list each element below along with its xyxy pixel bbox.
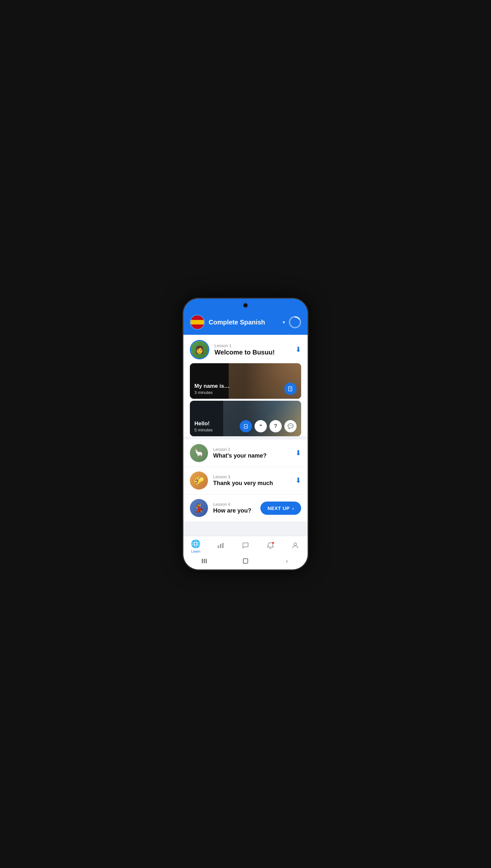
svg-rect-6 — [218, 546, 219, 548]
chat-bubble-icon — [241, 541, 250, 551]
lesson2-download-icon[interactable]: ⬇ — [295, 449, 301, 457]
system-bar: ‹ — [183, 555, 308, 569]
home-button[interactable] — [241, 558, 250, 564]
camera-notch — [243, 303, 248, 308]
lesson1-avatar: 👩 — [190, 340, 209, 359]
phone-frame: Complete Spanish ▾ 👩 Lesson 1 — [182, 298, 309, 570]
next-up-label: NEXT UP — [267, 505, 290, 511]
lesson1-info: Lesson 1 Welcome to Busuu! — [214, 343, 290, 356]
activity-card-2[interactable]: Hello! 5 minutes — [190, 401, 301, 436]
phone-screen: Complete Spanish ▾ 👩 Lesson 1 — [183, 299, 308, 569]
lesson4-label: Lesson 4 — [213, 502, 255, 507]
chat-icon[interactable]: 💬 — [284, 420, 297, 432]
back-button[interactable]: ‹ — [282, 558, 292, 564]
lesson1-header: 👩 Lesson 1 Welcome to Busuu! ⬇ — [190, 340, 301, 363]
nav-progress[interactable] — [208, 541, 233, 551]
lessons-list: 🦙 Lesson 2 What's your name? ⬇ 🌮 Lesson … — [183, 436, 308, 525]
activity2-time: 5 minutes — [194, 428, 240, 432]
learn-globe-icon: 🌐 — [191, 539, 201, 549]
lesson1-label: Lesson 1 — [214, 343, 290, 348]
activity1-icons — [284, 383, 297, 395]
activity1-text: My name is… 3 minutes — [194, 383, 284, 395]
nav-profile[interactable] — [283, 541, 308, 551]
activity2-title: Hello! — [194, 421, 240, 427]
svg-point-9 — [294, 543, 297, 546]
lesson3-label: Lesson 3 — [213, 474, 290, 479]
lesson4-info: Lesson 4 How are you? — [213, 502, 255, 514]
activity1-time: 3 minutes — [194, 390, 284, 395]
profile-icon — [291, 541, 299, 551]
nav-learn[interactable]: 🌐 Learn — [183, 539, 208, 553]
lesson-item-4[interactable]: 💃 Lesson 4 How are you? NEXT UP › — [183, 494, 308, 522]
activity2-icons: ❝ ? 💬 — [240, 420, 297, 432]
bell-wrapper — [266, 541, 274, 551]
lesson2-title: What's your name? — [213, 453, 290, 459]
lesson3-download-icon[interactable]: ⬇ — [295, 476, 301, 485]
dialogue-icon[interactable]: ❝ — [255, 420, 267, 432]
back-arrow-icon: ‹ — [286, 558, 288, 564]
chevron-down-icon[interactable]: ▾ — [283, 319, 285, 325]
notification-badge — [272, 541, 274, 544]
lesson1-section: 👩 Lesson 1 Welcome to Busuu! ⬇ My na — [183, 335, 308, 436]
lesson3-info: Lesson 3 Thank you very much — [213, 474, 290, 487]
svg-rect-7 — [220, 544, 221, 548]
activity-card-1[interactable]: My name is… 3 minutes — [190, 363, 301, 399]
recent-apps-button[interactable] — [199, 558, 209, 564]
quiz-icon[interactable]: ? — [269, 420, 282, 432]
nav-notifications[interactable] — [258, 541, 283, 551]
lesson-item-3[interactable]: 🌮 Lesson 3 Thank you very much ⬇ — [183, 467, 308, 494]
progress-circle[interactable] — [289, 316, 301, 328]
download-icon[interactable]: ⬇ — [295, 345, 301, 354]
vocabulary-icon[interactable] — [284, 383, 297, 395]
lesson4-title: How are you? — [213, 507, 255, 514]
activity1-title: My name is… — [194, 383, 284, 390]
lesson2-label: Lesson 2 — [213, 447, 290, 452]
lesson4-avatar: 💃 — [190, 499, 208, 517]
lesson2-info: Lesson 2 What's your name? — [213, 447, 290, 459]
next-up-arrow-icon: › — [292, 505, 294, 511]
activity2-text: Hello! 5 minutes — [194, 421, 240, 432]
flag-icon — [190, 315, 205, 330]
lesson-item-2[interactable]: 🦙 Lesson 2 What's your name? ⬇ — [183, 439, 308, 467]
progress-chart-icon — [217, 541, 225, 551]
lesson3-avatar: 🌮 — [190, 471, 208, 490]
learn-label: Learn — [191, 549, 200, 553]
content-area: 👩 Lesson 1 Welcome to Busuu! ⬇ My na — [183, 335, 308, 536]
svg-rect-8 — [222, 543, 224, 548]
lesson1-title[interactable]: Welcome to Busuu! — [214, 349, 290, 356]
nav-chat[interactable] — [233, 541, 258, 551]
course-title[interactable]: Complete Spanish — [209, 319, 278, 326]
lesson2-avatar: 🦙 — [190, 444, 208, 462]
lesson3-title: Thank you very much — [213, 480, 290, 487]
bottom-nav: 🌐 Learn — [183, 536, 308, 555]
vocab-icon-2[interactable] — [240, 420, 252, 432]
next-up-button[interactable]: NEXT UP › — [260, 501, 301, 515]
